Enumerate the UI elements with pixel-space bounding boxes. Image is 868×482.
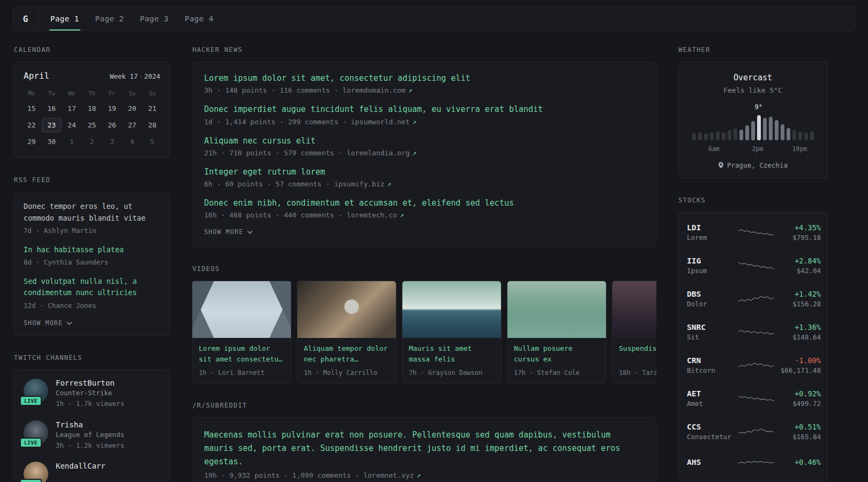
subreddit-post-title[interactable]: Maecenas mollis pulvinar erat non posuer… xyxy=(204,428,644,468)
twitch-channel-row[interactable]: LIVE Trisha League of Legends 3h · 1.2k … xyxy=(24,420,160,450)
video-card[interactable]: Suspendisse diam 18h · Tara xyxy=(612,281,656,383)
live-badge: LIVE xyxy=(20,438,42,448)
calendar-dow-label: Tu xyxy=(42,90,62,96)
video-thumbnail[interactable] xyxy=(192,281,291,338)
channel-category: Counter-Strike xyxy=(56,389,124,397)
hn-show-more-button[interactable]: SHOW MORE xyxy=(204,228,644,236)
video-card[interactable]: Aliquam tempor dolor nec pharetra… 1h · … xyxy=(297,281,396,383)
weather-card: Overcast Feels like 5°C 9° 6am2pm10pm Pr… xyxy=(678,62,828,178)
weather-location: Prague, Czechia xyxy=(688,161,818,169)
video-meta: 1h · Molly Carrillo xyxy=(304,369,390,376)
stock-row[interactable]: SNRC Sit +1.36% $148.64 xyxy=(687,315,819,349)
weather-times: 6am2pm10pm xyxy=(692,145,814,153)
video-card[interactable]: Mauris sit amet massa felis 7h · Grayson… xyxy=(402,281,502,383)
rss-item-title[interactable]: In hac habitasse platea xyxy=(24,244,160,256)
hn-post-stats: 1d · 1,414 points · 299 comments · xyxy=(204,118,351,126)
videos-row: Lorem ipsum dolor sit amet consectetu… 1… xyxy=(192,281,656,383)
video-meta: 18h · Tara xyxy=(619,369,656,376)
rss-show-more-button[interactable]: SHOW MORE xyxy=(24,319,160,327)
stock-price: $165.84 xyxy=(775,433,821,441)
weather-bar xyxy=(739,130,743,140)
stock-price: $499.72 xyxy=(775,400,821,408)
video-thumbnail[interactable] xyxy=(297,281,396,338)
chevron-down-icon xyxy=(66,321,72,325)
video-thumbnail[interactable] xyxy=(612,281,656,338)
video-thumbnail[interactable] xyxy=(507,281,606,338)
stock-sparkline xyxy=(737,225,775,239)
calendar-day-selected: 23 xyxy=(42,118,62,132)
calendar-day: 24 xyxy=(62,118,82,132)
tab-page-4[interactable]: Page 4 xyxy=(177,7,222,31)
tab-page-3[interactable]: Page 3 xyxy=(132,7,177,31)
video-title[interactable]: Suspendisse diam xyxy=(619,343,656,365)
stock-row[interactable]: CCS Consectetur +0.51% $165.84 xyxy=(687,415,819,448)
weather-bar xyxy=(716,131,720,140)
channel-info: KendallCarr xyxy=(56,462,106,482)
hn-post-title[interactable]: Aliquam nec cursus elit xyxy=(204,135,644,146)
stock-row[interactable]: IIG Ipsum +2.84% $42.04 xyxy=(687,249,819,282)
stock-price: $148.64 xyxy=(775,333,821,341)
twitch-channel-row[interactable]: LIVE KendallCarr xyxy=(24,462,160,482)
section-title-videos: VIDEOS xyxy=(192,265,656,273)
section-title-subreddit: /R/SUBREDDIT xyxy=(192,402,656,409)
stock-symbol: LDI xyxy=(687,223,737,232)
tab-page-2[interactable]: Page 2 xyxy=(87,7,132,31)
hn-post-title[interactable]: Donec enim nibh, condimentum et accumsan… xyxy=(204,198,644,208)
stock-row[interactable]: AHS +0.46% xyxy=(687,448,819,477)
subreddit-post-domain[interactable]: loremnet.xyz xyxy=(363,471,414,479)
video-card[interactable]: Lorem ipsum dolor sit amet consectetu… 1… xyxy=(192,281,291,383)
hn-post-meta: 16h · 468 points · 440 comments · loremt… xyxy=(204,211,644,219)
calendar-day: 25 xyxy=(82,118,102,132)
stock-change: +0.46% xyxy=(775,458,821,466)
avatar: LIVE xyxy=(24,379,48,403)
stock-name: Lorem xyxy=(687,234,737,242)
stock-row[interactable]: CRN Bitcorn -1.00% $66,171.48 xyxy=(687,349,819,382)
rss-item-title[interactable]: Donec tempor eros leo, ut commodo mauris… xyxy=(24,201,160,224)
calendar-dow-label: Fr xyxy=(102,90,122,96)
calendar-day: 5 xyxy=(142,134,162,149)
hn-post-title[interactable]: Lorem ipsum dolor sit amet, consectetur … xyxy=(204,73,644,84)
channel-info: ForrestBurton Counter-Strike 1h · 1.7k v… xyxy=(56,379,124,409)
calendar-day: 30 xyxy=(42,134,62,149)
hn-post-domain[interactable]: ipsumify.biz xyxy=(334,180,385,188)
tab-page-1[interactable]: Page 1 xyxy=(42,7,87,31)
stock-row[interactable]: LDI Lorem +4.35% $795.18 xyxy=(687,216,819,249)
video-title[interactable]: Lorem ipsum dolor sit amet consectetu… xyxy=(199,343,285,365)
stock-values: +0.51% $165.84 xyxy=(775,423,821,441)
hn-post-domain[interactable]: ipsumworld.net xyxy=(351,118,410,126)
stock-row[interactable]: DBS Dolor +1.42% $156.28 xyxy=(687,282,819,315)
stock-symbol: DBS xyxy=(687,290,737,298)
video-thumbnail[interactable] xyxy=(402,281,501,338)
channel-info: Trisha League of Legends 3h · 1.2k viewe… xyxy=(56,420,124,450)
rss-item-meta: 12d · Chance Jones xyxy=(24,301,160,311)
section-title-hacker-news: HACKER NEWS xyxy=(192,46,656,54)
stock-sparkline xyxy=(737,456,775,470)
stock-id: SNRC Sit xyxy=(687,323,737,341)
hn-post-title[interactable]: Integer eget rutrum lorem xyxy=(204,167,644,177)
hn-post-domain[interactable]: loremlandia.org xyxy=(347,149,409,157)
subreddit-widget: /R/SUBREDDIT Maecenas mollis pulvinar er… xyxy=(192,402,656,482)
hn-post-meta: 1d · 1,414 points · 299 comments · ipsum… xyxy=(204,118,644,126)
video-card[interactable]: Nullam posuere cursus ex 17h · Stefan Co… xyxy=(507,281,607,383)
stock-name: Ipsum xyxy=(687,267,737,275)
stock-price: $795.18 xyxy=(775,234,821,242)
center-column: HACKER NEWS Lorem ipsum dolor sit amet, … xyxy=(192,46,656,482)
video-title[interactable]: Aliquam tempor dolor nec pharetra… xyxy=(304,343,390,365)
calendar-day: 2 xyxy=(82,134,102,149)
video-title[interactable]: Mauris sit amet massa felis xyxy=(409,343,495,365)
hn-post-domain[interactable]: loremdomain.com xyxy=(342,86,405,94)
weather-widget: WEATHER Overcast Feels like 5°C 9° 6am2p… xyxy=(678,46,828,178)
calendar-dow-row: MoTuWeThFrSaSu xyxy=(21,90,162,96)
rss-item-title[interactable]: Sed volutpat nulla nisl, a condimentum n… xyxy=(24,276,160,299)
hn-post-title[interactable]: Donec imperdiet augue tincidunt felis al… xyxy=(204,104,644,115)
rss-widget: RSS FEED Donec tempor eros leo, ut commo… xyxy=(13,176,170,336)
calendar-widget: CALENDAR April Week 17·2024 MoTuWeThFrSa… xyxy=(13,46,170,158)
stock-values: +2.84% $42.04 xyxy=(775,257,821,275)
weather-bar xyxy=(769,117,773,140)
video-meta: 1h · Lori Barnett xyxy=(199,369,285,376)
stock-row[interactable]: AET Amet +0.92% $499.72 xyxy=(687,382,819,415)
hn-post: Lorem ipsum dolor sit amet, consectetur … xyxy=(204,73,644,94)
video-title[interactable]: Nullam posuere cursus ex xyxy=(514,343,600,365)
twitch-channel-row[interactable]: LIVE ForrestBurton Counter-Strike 1h · 1… xyxy=(24,379,160,409)
hn-post-domain[interactable]: loremtech.co xyxy=(347,211,397,219)
